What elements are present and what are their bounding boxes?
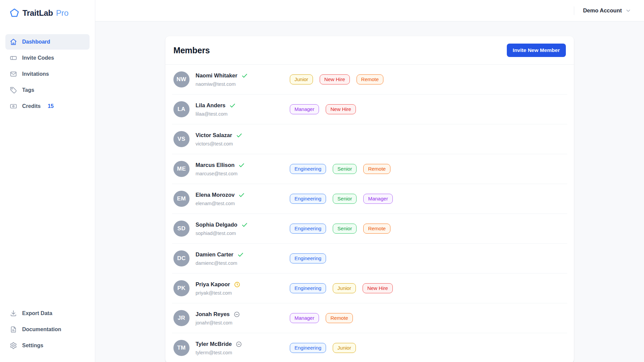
member-row: JRJonah Reyesjonahr@test.comManagerRemot… xyxy=(172,303,567,333)
invite-new-member-button[interactable]: Invite New Member xyxy=(507,44,566,57)
status-check-icon xyxy=(236,132,243,139)
sidebar-item-label: Dashboard xyxy=(22,39,50,45)
status-check-icon xyxy=(241,72,248,79)
page-title: Members xyxy=(173,46,210,55)
tag-badge-remote: Remote xyxy=(357,74,384,85)
sidebar-item-tags[interactable]: Tags xyxy=(5,82,90,98)
member-row: EMElena Morozovelenam@test.comEngineerin… xyxy=(172,184,567,214)
tag-badge-manager: Manager xyxy=(290,104,319,115)
status-check-icon xyxy=(238,192,245,198)
member-list: NWNaomi Whitakernaomiw@test.comJuniorNew… xyxy=(165,65,574,362)
member-tags: EngineeringSeniorRemote xyxy=(290,164,390,174)
member-tags: EngineeringJuniorNew Hire xyxy=(290,283,393,294)
member-name: Lila Anders xyxy=(196,102,225,109)
sidebar-item-credits[interactable]: Credits15 xyxy=(5,99,90,114)
tag-badge-remote: Remote xyxy=(326,313,353,323)
app-root: TraitLab Pro DashboardInvite CodesInvita… xyxy=(0,0,644,362)
download-icon xyxy=(10,310,17,317)
main-area: Demo Account Members Invite New Member N… xyxy=(95,0,644,362)
brand-suffix: Pro xyxy=(56,8,68,18)
sidebar: TraitLab Pro DashboardInvite CodesInvita… xyxy=(0,0,95,362)
member-email: naomiw@test.com xyxy=(196,81,290,87)
document-icon xyxy=(10,326,17,333)
avatar: ME xyxy=(173,161,190,177)
member-email: damienc@test.com xyxy=(196,260,290,266)
tag-badge-remote: Remote xyxy=(363,224,390,234)
member-row: SDSophia Delgadosophiad@test.comEngineer… xyxy=(172,214,567,243)
status-check-icon xyxy=(237,251,244,258)
sidebar-item-invitations[interactable]: Invitations xyxy=(5,66,90,82)
sidebar-item-label: Documentation xyxy=(22,326,61,333)
member-row: TMTyler McBridetylerm@test.comEngineerin… xyxy=(172,333,567,362)
tag-badge-senior: Senior xyxy=(333,194,357,204)
members-panel: Members Invite New Member NWNaomi Whitak… xyxy=(165,36,574,362)
member-tags: JuniorNew HireRemote xyxy=(290,74,383,85)
tag-icon xyxy=(10,86,17,94)
member-name: Jonah Reyes xyxy=(196,311,230,317)
tag-badge-new-hire: New Hire xyxy=(363,283,393,294)
member-tags: EngineeringJunior xyxy=(290,343,356,353)
members-panel-header: Members Invite New Member xyxy=(165,36,574,65)
member-tags: Engineering xyxy=(290,253,326,264)
chevron-down-icon xyxy=(625,8,631,14)
mail-icon xyxy=(10,70,17,78)
sidebar-item-export-data[interactable]: Export Data xyxy=(5,306,90,321)
member-email: sophiad@test.com xyxy=(196,231,290,236)
tag-badge-engineering: Engineering xyxy=(290,164,326,174)
member-email: marcuse@test.com xyxy=(196,171,290,176)
tag-badge-manager: Manager xyxy=(363,194,392,204)
member-email: elenam@test.com xyxy=(196,201,290,206)
avatar: EM xyxy=(173,191,190,207)
member-tags: EngineeringSeniorManager xyxy=(290,194,393,204)
avatar: TM xyxy=(173,340,190,356)
sidebar-item-label: Export Data xyxy=(22,310,52,316)
avatar: VS xyxy=(173,131,190,147)
member-name: Priya Kapoor xyxy=(196,281,230,288)
avatar: LA xyxy=(173,101,190,117)
account-name: Demo Account xyxy=(583,7,622,14)
sidebar-item-label: Tags xyxy=(22,87,34,93)
tag-badge-junior: Junior xyxy=(333,343,356,353)
sidebar-item-label: Invitations xyxy=(22,71,49,77)
tag-badge-remote: Remote xyxy=(363,164,390,174)
topbar: Demo Account xyxy=(95,0,644,21)
tag-badge-new-hire: New Hire xyxy=(320,74,350,85)
tag-badge-manager: Manager xyxy=(290,313,319,323)
sidebar-item-label: Invite Codes xyxy=(22,55,54,61)
tag-badge-junior: Junior xyxy=(290,74,313,85)
sidebar-item-documentation[interactable]: Documentation xyxy=(5,322,90,337)
member-row: MEMarcus Ellisonmarcuse@test.comEngineer… xyxy=(172,154,567,184)
member-name: Naomi Whitaker xyxy=(196,72,237,79)
avatar: SD xyxy=(173,221,190,237)
member-email: lilaa@test.com xyxy=(196,111,290,117)
brand-logo: TraitLab Pro xyxy=(0,0,95,21)
sidebar-nav: DashboardInvite CodesInvitationsTagsCred… xyxy=(0,34,95,306)
brand-name: TraitLab xyxy=(22,8,53,18)
member-name: Damien Carter xyxy=(196,251,233,258)
account-menu-button[interactable]: Demo Account xyxy=(583,7,631,14)
member-row: PKPriya Kapoorpriyak@test.comEngineering… xyxy=(172,273,567,303)
sidebar-item-dashboard[interactable]: Dashboard xyxy=(5,34,90,50)
member-name: Victor Salazar xyxy=(196,132,232,138)
status-deactivated-icon xyxy=(233,311,240,318)
tag-badge-engineering: Engineering xyxy=(290,253,326,264)
status-check-icon xyxy=(238,162,245,169)
member-name: Sophia Delgado xyxy=(196,222,237,228)
tag-badge-junior: Junior xyxy=(333,283,356,294)
member-row: LALila Anderslilaa@test.comManagerNew Hi… xyxy=(172,94,567,124)
member-name: Tyler McBride xyxy=(196,341,232,347)
tag-badge-senior: Senior xyxy=(333,164,357,174)
sidebar-item-label: Settings xyxy=(22,343,43,349)
cash-icon xyxy=(10,103,17,110)
sidebar-item-settings[interactable]: Settings xyxy=(5,338,90,353)
status-pending-clock-icon xyxy=(234,281,240,288)
member-tags: ManagerNew Hire xyxy=(290,104,356,115)
sidebar-item-invite-codes[interactable]: Invite Codes xyxy=(5,50,90,66)
topbar-divider xyxy=(574,6,574,15)
tag-badge-engineering: Engineering xyxy=(290,343,326,353)
member-name: Marcus Ellison xyxy=(196,162,234,168)
member-email: jonahr@test.com xyxy=(196,320,290,325)
avatar: DC xyxy=(173,250,190,266)
content-area: Members Invite New Member NWNaomi Whitak… xyxy=(95,21,644,362)
sidebar-item-label: Credits xyxy=(22,103,41,109)
